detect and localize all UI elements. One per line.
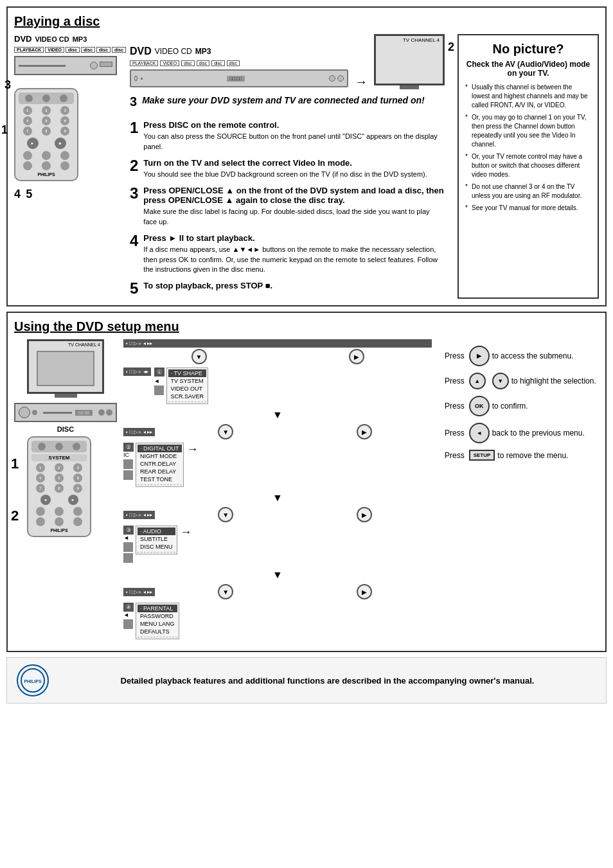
step-4-5-area: 4 5: [14, 188, 117, 201]
inst2-title: Turn on the TV and select the correct Vi…: [143, 158, 445, 168]
snbtn4: 4: [36, 474, 45, 483]
rtop-btn3: [60, 94, 67, 102]
menu3-ctrl: ◄: [123, 535, 134, 541]
remote-stop-btn: ■: [55, 137, 66, 149]
snbtn2: 2: [55, 463, 64, 472]
remote-wrapper: 1 1: [14, 85, 78, 184]
disc-badges: PLAYBACK VIDEO disc disc disc disc: [130, 60, 348, 66]
play-arrow-4[interactable]: ▶: [357, 584, 372, 599]
press-inst-5: Press SETUP to remove the menu.: [445, 450, 599, 461]
tv-screen-illustration: TV CHANNEL 4: [374, 34, 445, 85]
down-arrow-1[interactable]: ▼: [191, 349, 207, 364]
bullet-2: Or, you may go to channel 1 on your TV, …: [465, 113, 591, 149]
step-label-3: 3: [4, 78, 11, 92]
bullet-3: Or, your TV remote control may have a bu…: [465, 152, 591, 179]
play-arrow-3[interactable]: ▶: [357, 507, 372, 522]
snbtn9: 9: [73, 484, 82, 493]
menu-group-4: ▪ □ ▷ ▹ ◂ ▸▸ ▼ ▶ ④ ◄ · PARENTAL: [123, 583, 432, 639]
mi-audio: · AUDIO: [138, 527, 175, 535]
dvd-btn-r2: [337, 75, 344, 82]
down-arrow-3[interactable]: ▼: [218, 507, 233, 522]
down-arrow-1b[interactable]: ▶: [349, 349, 364, 364]
menubar-3-icons: ▪ □ ▷ ▹ ◂ ▸▸: [126, 512, 152, 518]
setup-remote-top-btns: [33, 443, 85, 450]
play-arrow-2[interactable]: ▶: [357, 424, 372, 439]
menu1-indicator: ① ◄: [154, 368, 164, 396]
remote-illustration: 1 2 3 4 5 6 7 8 9: [14, 88, 78, 181]
header-note: Make sure your DVD system and TV are con…: [142, 94, 425, 106]
bullet-1: Usually this channel is between the lowe…: [465, 83, 591, 110]
mb1-icons: ▪ □ ▷ ▹ ◂▸: [126, 369, 148, 375]
press-icon-2b: ▼: [492, 373, 509, 389]
bullet-4: Do not use channel 3 or 4 on the TV unle…: [465, 182, 591, 200]
inst2-number: 2: [130, 158, 138, 173]
mi-subtitle: SUBTITLE: [138, 535, 175, 543]
mi-parental: · PARENTAL: [138, 605, 177, 612]
menu3-num: ③: [123, 526, 134, 535]
badge-d3: disc: [211, 60, 224, 66]
mi-testtone: TEST TONE: [138, 475, 182, 483]
setup-dvd-front: 88:88: [14, 403, 117, 422]
mi-tvsystem: TV SYSTEM: [168, 377, 206, 385]
re-btn1: [23, 151, 32, 160]
setup-remote-btns: [31, 507, 87, 526]
press-desc-4: back to the previous menu.: [492, 429, 585, 438]
inst1-body: You can also press the SOURCE button on …: [143, 132, 445, 152]
menu3-layout: ③ ◄ · AUDIO SUBTITLE DISC MENU →: [123, 526, 432, 564]
device-area: DVD VIDEO CD MP3 PLAYBACK VIDEO disc dis…: [130, 46, 348, 89]
press-icon-4: ◄: [469, 423, 490, 443]
snbtn1: 1: [36, 463, 45, 472]
press-icon-1-symbol: ▶: [477, 353, 481, 359]
snbtn3: 3: [73, 463, 82, 472]
instructions-list: 1 Press DISC on the remote control. You …: [130, 120, 445, 292]
badge-d1: disc: [181, 60, 194, 66]
menu2-icon1: [123, 459, 133, 469]
no-picture-bullets: Usually this channel is between the lowe…: [465, 83, 591, 213]
snbtn7: 7: [36, 484, 45, 493]
remote-area: 1 1: [14, 85, 117, 184]
mi-reardelay: REAR DELAY: [138, 468, 182, 475]
setup-remote-mid: ◄ ►: [31, 495, 87, 505]
instruction-4: 4 Press ► II to start playback. If a dis…: [130, 233, 445, 274]
step-label-5: 5: [26, 188, 32, 200]
menubar-4: ▪ □ ▷ ▹ ◂ ▸▸: [123, 588, 155, 596]
menu4-icon1: [123, 619, 133, 629]
inter-arrow-2: ▼: [123, 492, 432, 504]
logo-dvd: DVD: [130, 46, 152, 57]
press-word-5: Press: [445, 451, 465, 460]
press-icon-2a: ▲: [469, 373, 486, 389]
sr-ctrl2: ►: [68, 495, 78, 505]
menu4-layout: ④ ◄ · PARENTAL PASSWORD MENU LANG DEFAUL…: [123, 603, 432, 639]
menu1-box: · TV SHAPE TV SYSTEM VIDEO OUT SCR.SAVER: [166, 368, 208, 404]
remote-controls: ► ■: [19, 137, 74, 149]
inst5-content: To stop playback, press STOP ■.: [143, 281, 445, 292]
inter-arrow-3: ▼: [123, 569, 432, 581]
menu2-box: · DIGITAL OUT NIGHT MODE CNTR.DELAY REAR…: [136, 443, 184, 487]
menu1-content-wrap: ① ◄ · TV SHAPE TV SYSTEM VIDEO OUT SCR.S…: [154, 368, 208, 404]
instruction-2: 2 Turn on the TV and select the correct …: [130, 158, 445, 179]
badge-v: VIDEO: [160, 60, 179, 66]
press-icon-4-symbol: ◄: [476, 430, 482, 436]
press-desc-1: to access the submenu.: [492, 351, 574, 360]
menu1-divider: [168, 402, 206, 402]
menubar-3: ▪ □ ▷ ▹ ◂ ▸▸: [123, 511, 155, 519]
logo-videocd: VIDEO CD: [155, 47, 192, 56]
setup-remote-top: [31, 441, 87, 452]
setup-dvd-btn3: [106, 409, 112, 416]
menu4-ctrl: ◄: [123, 612, 134, 618]
down-arrow-4[interactable]: ▼: [218, 584, 233, 599]
setup-philips-label: PHILIPS: [31, 528, 87, 533]
rbtn-4: 4: [23, 116, 32, 125]
rtop-btn2: [42, 94, 50, 102]
menu4-indicator: ④ ◄: [123, 603, 134, 630]
step3-number: 3: [130, 94, 137, 109]
badge-pb: PLAYBACK: [130, 60, 158, 66]
down-arrow-2[interactable]: ▼: [218, 424, 233, 439]
dvd-panel-left: [134, 76, 143, 81]
dvd-button: [90, 62, 98, 69]
tv-stand: [400, 85, 419, 89]
menu3-icon2: [123, 553, 133, 563]
mi-cntrdelay: CNTR.DELAY: [138, 460, 182, 468]
setup-tv-channel: TV CHANNEL 4: [68, 342, 100, 347]
philips-remote-label: PHILIPS: [19, 172, 74, 177]
